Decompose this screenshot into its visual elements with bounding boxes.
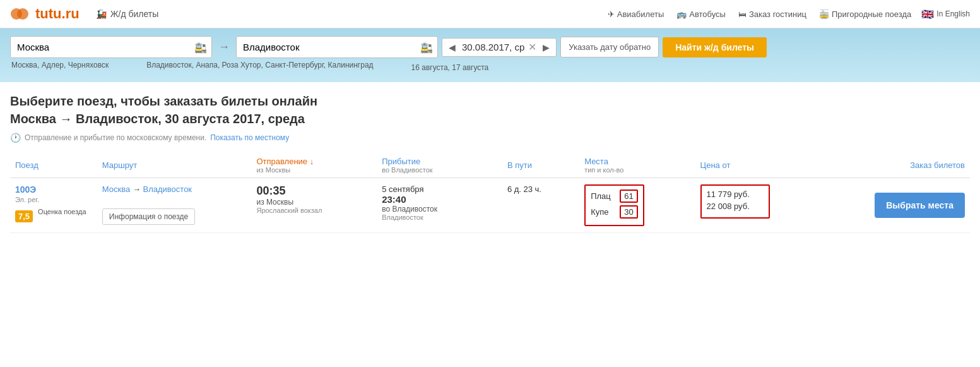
to-input[interactable] — [236, 36, 438, 58]
kupe-row: Купе 30 — [591, 205, 637, 219]
kupe-price: 22 008 руб. — [707, 202, 764, 211]
route-to-link[interactable]: Владивосток — [143, 184, 192, 194]
plac-row: Плац 61 — [591, 190, 637, 203]
nav-hotel-label: Заказ гостиниц — [749, 9, 806, 19]
from-suggestion-text: Москва, Адлер, Черняховск — [11, 61, 109, 69]
rail-label: Ж/д билеты — [110, 9, 159, 19]
table-header: Поезд Маршрут Отправление ↓ из Москвы Пр… — [10, 153, 970, 178]
timezone-text: Отправление и прибытие по московскому вр… — [25, 133, 206, 142]
logo-text: tutu.ru — [35, 6, 80, 22]
travel-duration: 6 д. 23 ч. — [507, 184, 541, 194]
search-suggestions: Москва, Адлер, Черняховск Владивосток, А… — [10, 61, 970, 72]
train-icon: 🚂 — [96, 9, 107, 19]
nav-hotel[interactable]: 🛏 Заказ гостиниц — [738, 9, 806, 19]
direction-arrow: → — [216, 40, 232, 54]
nav-bus-label: Автобусы — [689, 9, 726, 19]
route-arrow: → — [133, 184, 143, 194]
search-bar: 🚉 → 🚉 ◀ 30.08.2017, ср ✕ ▶ Указать дату … — [0, 28, 980, 82]
th-seats-sub: тип и кол-во — [584, 166, 690, 174]
date-clear-button[interactable]: ✕ — [528, 41, 536, 53]
from-suggestions: Москва, Адлер, Черняховск — [11, 61, 109, 72]
th-action-label: Заказ билетов — [910, 160, 965, 170]
th-action: Заказ билетов — [817, 153, 970, 178]
departure-from: из Москвы — [256, 198, 372, 207]
from-input[interactable] — [10, 36, 212, 58]
th-train-label: Поезд — [15, 160, 38, 170]
bus-icon: 🚌 — [676, 9, 687, 19]
train-results-table: Поезд Маршрут Отправление ↓ из Москвы Пр… — [10, 153, 970, 233]
arrival-date: 5 сентября — [382, 184, 497, 194]
departure-cell: 00:35 из Москвы Ярославский вокзал — [251, 178, 377, 233]
train-number-link[interactable]: 100Э — [15, 184, 36, 195]
train-reg-label: Эл. рег. — [15, 196, 39, 203]
suburban-icon: 🚋 — [819, 9, 829, 19]
kupe-count: 30 — [620, 205, 637, 219]
date-picker: ◀ 30.08.2017, ср ✕ ▶ — [442, 38, 557, 57]
date-value: 30.08.2017, ср — [462, 42, 524, 52]
th-arrival: Прибытие во Владивосток — [377, 153, 502, 178]
local-time-link[interactable]: Показать по местному — [210, 133, 289, 142]
action-cell: Выбрать места — [817, 178, 970, 233]
from-input-wrap: 🚉 — [10, 36, 212, 58]
seats-wrap: Плац 61 Купе 30 — [584, 184, 644, 226]
departure-time: 00:35 — [256, 184, 372, 198]
arrival-station: Владивосток — [382, 214, 497, 221]
logo[interactable]: tutu.ru — [10, 5, 80, 23]
train-station-icon-to: 🚉 — [420, 41, 433, 53]
route-from-link[interactable]: Москва — [102, 184, 130, 194]
plac-count: 61 — [620, 190, 637, 203]
to-suggestions: Владивосток, Анапа, Роза Хутор, Санкт-Пе… — [146, 61, 373, 72]
th-dep-label: Отправление ↓ — [256, 157, 314, 166]
table-row: 100Э Эл. рег. 7,5 Оценка поезда Москва →… — [10, 178, 970, 233]
date-prev-button[interactable]: ◀ — [446, 41, 458, 54]
nav-bus[interactable]: 🚌 Автобусы — [676, 9, 726, 19]
main-content: Выберите поезд, чтобы заказать билеты он… — [0, 82, 980, 233]
th-route: Маршрут — [97, 153, 252, 178]
th-departure[interactable]: Отправление ↓ из Москвы — [251, 153, 377, 178]
page-title: Выберите поезд, чтобы заказать билеты он… — [10, 92, 970, 128]
return-date-button[interactable]: Указать дату обратно — [560, 37, 659, 57]
date-next-button[interactable]: ▶ — [540, 41, 552, 54]
th-dep-sub: из Москвы — [256, 166, 372, 174]
nav-suburban[interactable]: 🚋 Пригородные поезда — [819, 9, 911, 19]
travel-time-cell: 6 д. 23 ч. — [502, 178, 579, 233]
route-cell: Москва → Владивосток Информация о поезде — [97, 178, 252, 233]
svg-point-1 — [17, 8, 28, 20]
th-seats-label: Места — [584, 157, 608, 166]
lang-label: In English — [936, 9, 970, 18]
search-row: 🚉 → 🚉 ◀ 30.08.2017, ср ✕ ▶ Указать дату … — [10, 36, 970, 58]
hotel-icon: 🛏 — [738, 9, 747, 19]
price-wrap: 11 779 руб. 22 008 руб. — [700, 184, 770, 219]
search-button[interactable]: Найти ж/д билеты — [663, 37, 767, 57]
arrival-at: во Владивосток — [382, 205, 497, 214]
date-suggestions: 16 августа, 17 августа — [411, 63, 489, 72]
rail-section: 🚂 Ж/д билеты — [92, 9, 159, 19]
date-suggestion-text: 16 августа, 17 августа — [411, 63, 489, 72]
language-switch[interactable]: 🇬🇧 In English — [921, 8, 970, 20]
train-cell: 100Э Эл. рег. 7,5 Оценка поезда — [10, 178, 97, 233]
to-input-wrap: 🚉 — [236, 36, 438, 58]
th-price-label: Цена от — [700, 160, 731, 170]
nav-avia-label: Авиабилеты — [617, 9, 664, 19]
avia-icon: ✈ — [608, 9, 615, 19]
header: tutu.ru 🚂 Ж/д билеты ✈ Авиабилеты 🚌 Авто… — [0, 0, 980, 28]
table-header-row: Поезд Маршрут Отправление ↓ из Москвы Пр… — [10, 153, 970, 178]
main-nav: ✈ Авиабилеты 🚌 Автобусы 🛏 Заказ гостиниц… — [608, 9, 912, 19]
th-price: Цена от — [695, 153, 817, 178]
nav-suburban-label: Пригородные поезда — [832, 9, 911, 19]
th-route-label: Маршрут — [102, 160, 137, 170]
rating-label: Оценка поезда — [38, 208, 86, 215]
page-title-line1: Выберите поезд, чтобы заказать билеты он… — [10, 92, 970, 110]
book-button[interactable]: Выбрать места — [875, 193, 965, 218]
plac-price: 11 779 руб. — [707, 190, 764, 199]
th-travel-label: В пути — [507, 160, 532, 170]
flag-icon: 🇬🇧 — [921, 8, 934, 20]
th-train: Поезд — [10, 153, 97, 178]
plac-type: Плац — [591, 191, 617, 201]
clock-icon: 🕐 — [10, 133, 21, 143]
departure-station: Ярославский вокзал — [256, 207, 372, 214]
train-info-button[interactable]: Информация о поезде — [102, 208, 195, 225]
th-arr-label: Прибытие — [382, 157, 420, 166]
price-cell: 11 779 руб. 22 008 руб. — [695, 178, 817, 233]
nav-avia[interactable]: ✈ Авиабилеты — [608, 9, 664, 19]
